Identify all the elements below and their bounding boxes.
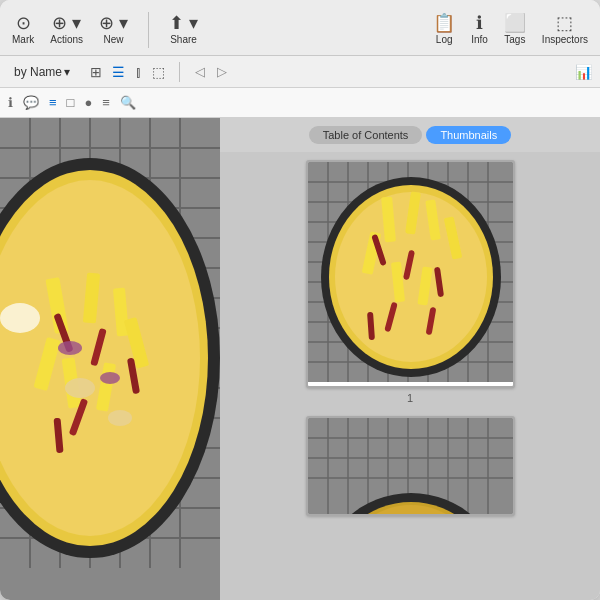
log-button[interactable]: 📋 Log xyxy=(433,14,455,45)
back-button[interactable]: ◁ xyxy=(190,62,210,81)
column-view-button[interactable]: ⫿ xyxy=(131,62,146,82)
grid-view-button[interactable]: ⊞ xyxy=(86,62,106,82)
mark-button[interactable]: ⊙ Mark xyxy=(12,14,34,45)
svg-point-39 xyxy=(108,410,132,426)
share-button[interactable]: ⬆ ▾ Share xyxy=(169,14,198,45)
right-panel: Table of Contents Thumbnails xyxy=(220,118,600,600)
thumbnail-item-1[interactable]: 1 xyxy=(306,160,515,404)
sub-toolbar-divider xyxy=(179,62,180,82)
thumbnail-frame-1 xyxy=(306,160,515,388)
info-button[interactable]: ℹ Info xyxy=(471,14,488,45)
thumbnail-item-2[interactable] xyxy=(306,416,515,516)
inspectors-button[interactable]: ⬚ Inspectors xyxy=(542,14,588,45)
svg-point-37 xyxy=(100,372,120,384)
thumbnails-header: Table of Contents Thumbnails xyxy=(220,118,600,152)
actions-icon: ⊕ ▾ xyxy=(52,14,81,32)
list-view-button[interactable]: ☰ xyxy=(108,62,129,82)
tab-thumbnails-button[interactable]: Thumbnails xyxy=(426,126,511,144)
app-window: ⊙ Mark ⊕ ▾ Actions ⊕ ▾ New ⬆ ▾ Share 📋 L… xyxy=(0,0,600,600)
nav-buttons: ◁ ▷ xyxy=(190,62,232,81)
tab-toc-button[interactable]: Table of Contents xyxy=(309,126,423,144)
thumbnails-list[interactable]: 1 xyxy=(220,152,600,600)
sort-by-name-button[interactable]: by Name ▾ xyxy=(8,63,76,81)
main-content: Table of Contents Thumbnails xyxy=(0,118,600,600)
mark-icon: ⊙ xyxy=(16,14,31,32)
chart-view-button[interactable]: 📊 xyxy=(575,64,592,80)
toolbar-right-group: 📋 Log ℹ Info ⬜ Tags ⬚ Inspectors xyxy=(433,14,588,45)
inspector-search-icon[interactable]: 🔍 xyxy=(120,95,136,110)
inspector-toolbar: ℹ 💬 ≡ □ ● ≡ 🔍 xyxy=(0,88,600,118)
tags-icon: ⬜ xyxy=(504,14,526,32)
forward-button[interactable]: ▷ xyxy=(212,62,232,81)
inspector-page-icon[interactable]: □ xyxy=(67,95,75,110)
inspector-circle-icon[interactable]: ● xyxy=(84,95,92,110)
inspector-list-icon[interactable]: ≡ xyxy=(49,95,57,110)
inspectors-icon: ⬚ xyxy=(556,14,573,32)
svg-point-40 xyxy=(0,303,40,333)
svg-point-36 xyxy=(58,341,82,355)
page-number-1: 1 xyxy=(407,392,413,404)
inspector-info-icon[interactable]: ℹ xyxy=(8,95,13,110)
main-image xyxy=(0,118,220,568)
sort-controls: by Name ▾ ⊞ ☰ ⫿ ⬚ xyxy=(8,62,169,82)
share-icon: ⬆ ▾ xyxy=(169,14,198,32)
left-panel xyxy=(0,118,220,600)
actions-button[interactable]: ⊕ ▾ Actions xyxy=(50,14,83,45)
svg-point-38 xyxy=(65,378,95,398)
inspector-menu-icon[interactable]: ≡ xyxy=(102,95,110,110)
info-icon: ℹ xyxy=(476,14,483,32)
log-icon: 📋 xyxy=(433,14,455,32)
thumbnail-image-1 xyxy=(308,162,513,382)
sub-toolbar: by Name ▾ ⊞ ☰ ⫿ ⬚ ◁ ▷ 📊 xyxy=(0,56,600,88)
thumbnail-image-2 xyxy=(308,418,513,516)
new-icon: ⊕ ▾ xyxy=(99,14,128,32)
thumbnail-frame-2 xyxy=(306,416,515,516)
tags-button[interactable]: ⬜ Tags xyxy=(504,14,526,45)
view-toggle-group: ⊞ ☰ ⫿ ⬚ xyxy=(86,62,169,82)
inspector-comment-icon[interactable]: 💬 xyxy=(23,95,39,110)
new-button[interactable]: ⊕ ▾ New xyxy=(99,14,128,45)
toolbar-divider-1 xyxy=(148,12,149,48)
strip-view-button[interactable]: ⬚ xyxy=(148,62,169,82)
main-toolbar: ⊙ Mark ⊕ ▾ Actions ⊕ ▾ New ⬆ ▾ Share 📋 L… xyxy=(0,0,600,56)
